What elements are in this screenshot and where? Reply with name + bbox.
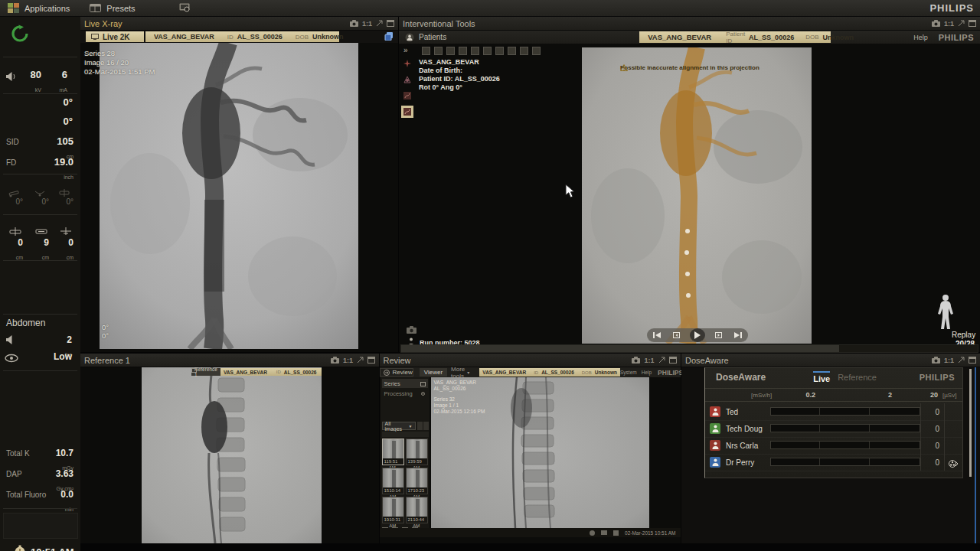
skip-start-button[interactable] xyxy=(651,331,663,340)
thumbnail-image xyxy=(407,497,427,517)
presets-button[interactable]: Presets xyxy=(90,3,135,14)
reset-fluoro-icon[interactable] xyxy=(11,24,29,46)
skip-end-button[interactable] xyxy=(732,331,744,340)
tab-reference-1[interactable]: Reference 1 xyxy=(191,368,220,376)
sidebar-item-series[interactable]: Series xyxy=(382,379,428,388)
more-tools-menu[interactable]: More tools▾ xyxy=(447,368,473,377)
tool-icon[interactable] xyxy=(422,47,430,55)
snapshot-icon[interactable] xyxy=(632,357,640,364)
tab-patients[interactable]: Patients xyxy=(405,33,446,42)
image-filter-dropdown[interactable]: All images ▼ xyxy=(382,422,416,430)
live-xray-image[interactable] xyxy=(100,43,358,349)
tool-icon[interactable] xyxy=(532,47,541,55)
angio-thumb[interactable] xyxy=(401,73,413,86)
collapse-chevrons[interactable]: » xyxy=(403,46,408,54)
window-icon[interactable] xyxy=(669,357,677,364)
series-thumbnail[interactable]: 1710:23 AM xyxy=(406,468,428,494)
tab-live-2k[interactable]: Live 2K xyxy=(86,31,144,42)
step-back-button[interactable] xyxy=(670,331,682,340)
snapshot-icon[interactable] xyxy=(932,357,940,364)
one-to-one-icon[interactable]: 1:1 xyxy=(944,21,954,27)
series-thumbnail[interactable]: 2110:44 AM xyxy=(406,497,428,523)
expand-icon[interactable] xyxy=(357,357,364,364)
review-image[interactable]: VAS_ANG_BEVAR AL_SS_00026 Series 32 Imag… xyxy=(431,377,649,528)
window-icon[interactable] xyxy=(368,357,375,364)
series-thumbnail[interactable]: 119:51 AM xyxy=(382,439,404,465)
image-counter: Image 16 / 20 xyxy=(84,58,155,67)
expand-icon[interactable] xyxy=(958,357,965,364)
doseaware-scrollbar[interactable] xyxy=(969,369,972,477)
layout-grid-button[interactable] xyxy=(417,422,423,430)
overlay-series: Series 32 xyxy=(434,396,485,403)
review-status-bar: 02-Mar-2015 10:51 AM xyxy=(380,528,681,537)
window-icon[interactable] xyxy=(969,357,976,364)
dose-value: 0 xyxy=(923,408,939,416)
review-app-label: Review xyxy=(393,369,413,376)
angio-thumb-selected[interactable] xyxy=(401,106,413,118)
tools-patient-banner: VAS_ANG_BEVAR Patient ID AL_SS_00026 DOB… xyxy=(639,31,831,43)
reference-image[interactable]: Reference 1 VAS_ANG_BEVAR ID AL_SS_00026… xyxy=(142,367,322,543)
overlay-patient-id: AL_SS_00026 xyxy=(434,386,485,392)
series-thumbnail[interactable]: 139:59 AM xyxy=(406,439,428,465)
tab-viewer[interactable]: Viewer xyxy=(420,368,447,377)
run-scrollbar-track[interactable] xyxy=(400,344,978,353)
protocol-label[interactable]: Abdomen xyxy=(6,318,45,328)
review-app-button[interactable]: Review xyxy=(380,368,413,377)
expand-icon[interactable] xyxy=(376,20,383,27)
angio-thumb[interactable] xyxy=(401,57,413,70)
info-id: Patient ID: AL_SS_00026 xyxy=(419,75,500,83)
series-thumbnail[interactable]: 1910:31 AM xyxy=(382,497,404,523)
tool-icon[interactable] xyxy=(508,47,516,55)
system-link[interactable]: System xyxy=(620,370,637,375)
dosimeter-active-icon[interactable] xyxy=(949,458,959,471)
one-to-one-icon[interactable]: 1:1 xyxy=(944,357,954,364)
window-icon[interactable] xyxy=(969,20,976,27)
one-to-one-icon[interactable]: 1:1 xyxy=(644,357,654,364)
doseaware-header: DoseAware Live Reference PHILIPS xyxy=(705,368,962,386)
tools-title: Interventional Tools xyxy=(403,19,475,28)
sidebar-divider xyxy=(3,314,77,315)
tool-icon[interactable] xyxy=(520,47,528,55)
angio-thumb[interactable] xyxy=(401,90,413,102)
expand-icon[interactable] xyxy=(658,357,665,364)
patient-name: VAS_ANG_BEVAR xyxy=(154,33,214,41)
review-title: Review xyxy=(384,356,411,365)
snapshot-icon[interactable] xyxy=(331,357,339,364)
capture-button[interactable] xyxy=(178,2,191,14)
table-long-value: 9cm xyxy=(31,235,49,262)
dose-row-ted: Ted 0 xyxy=(705,403,962,421)
expand-icon[interactable] xyxy=(958,20,965,27)
copy-to-reference-icon[interactable] xyxy=(384,30,394,44)
one-to-one-icon[interactable]: 1:1 xyxy=(362,21,372,27)
applications-button[interactable]: Applications xyxy=(8,3,70,13)
series-thumbnail[interactable]: 1510:14 AM xyxy=(382,468,404,494)
tool-icon[interactable] xyxy=(446,47,455,55)
run-scrollbar-handle[interactable] xyxy=(401,345,839,352)
patient-id: AL_SS_00026 xyxy=(541,370,574,375)
layout-list-button[interactable] xyxy=(423,422,429,430)
tab-reference[interactable]: Reference xyxy=(838,373,877,382)
step-forward-button[interactable] xyxy=(713,331,725,340)
thumb-number: 21 xyxy=(408,517,413,523)
tool-icon[interactable] xyxy=(495,47,504,55)
snapshot-icon[interactable] xyxy=(932,20,940,27)
tool-icon[interactable] xyxy=(459,47,467,55)
tool-icon[interactable] xyxy=(483,47,492,55)
tools-thumb-strip xyxy=(401,57,413,118)
sidebar-item-processing[interactable]: Processing xyxy=(382,389,428,398)
help-link[interactable]: Help xyxy=(642,370,652,375)
one-to-one-icon[interactable]: 1:1 xyxy=(343,357,353,364)
tab-live[interactable]: Live xyxy=(813,371,830,383)
window-icon[interactable] xyxy=(387,20,394,27)
patient-name: VAS_ANG_BEVAR xyxy=(482,370,526,375)
roadmap-image[interactable]: Possible inaccurate alignment in this pr… xyxy=(582,47,812,344)
screen-icon xyxy=(191,368,322,376)
play-button[interactable] xyxy=(690,328,705,342)
staff-avatar-icon xyxy=(710,406,720,417)
store-run-icon[interactable] xyxy=(407,323,416,337)
philips-logo: PHILIPS xyxy=(920,373,955,382)
tool-icon[interactable] xyxy=(471,47,479,55)
snapshot-icon[interactable] xyxy=(350,20,358,27)
tool-icon[interactable] xyxy=(434,47,443,55)
help-link[interactable]: Help xyxy=(913,34,928,41)
